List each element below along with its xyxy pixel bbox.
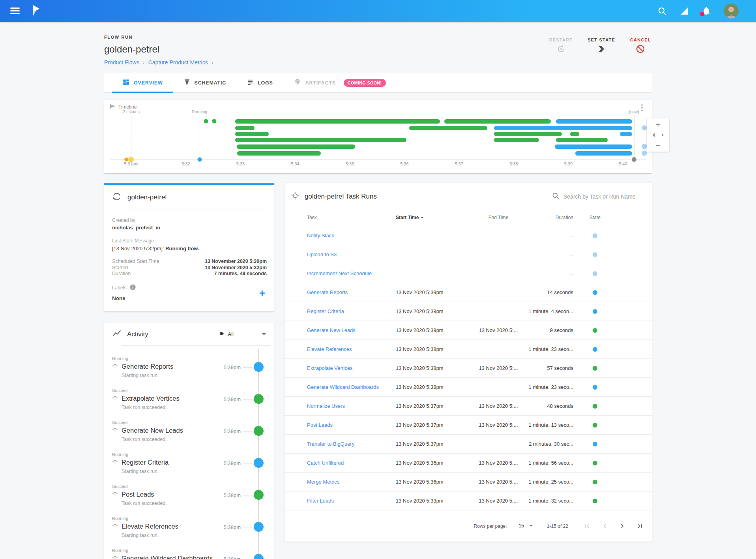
activity-entry-task[interactable]: Register Criteria	[122, 459, 168, 466]
task-link[interactable]: Extrapolate Vertices	[307, 365, 396, 371]
timeline-task-bar[interactable]	[575, 151, 632, 156]
timeline-task-bar[interactable]	[444, 119, 551, 124]
task-link[interactable]: Normalize Users	[307, 403, 396, 409]
menu-icon[interactable]	[10, 8, 20, 14]
prefect-logo-icon[interactable]	[32, 4, 42, 18]
timeline-task-bar[interactable]	[494, 126, 632, 130]
timeline-task-bar[interactable]	[235, 138, 407, 142]
state-dot[interactable]	[593, 461, 597, 465]
task-link[interactable]: Post Leads	[307, 422, 396, 428]
search-icon[interactable]	[657, 6, 667, 16]
timeline-task-bar[interactable]	[494, 132, 562, 136]
state-dot[interactable]	[593, 309, 597, 314]
activity-entry-task[interactable]: Elevate References	[122, 523, 178, 530]
last-page-button[interactable]	[636, 523, 643, 530]
timeline-task-dot[interactable]	[212, 119, 216, 124]
timeline-task-bar[interactable]	[556, 119, 632, 124]
task-link[interactable]: Filter Leads	[307, 498, 396, 504]
breadcrumb-link-capture-product-metrics[interactable]: Capture Product Metrics	[148, 59, 208, 66]
task-link[interactable]: Catch Unfiltered	[307, 460, 396, 466]
activity-state-dot[interactable]	[254, 522, 264, 532]
add-label-button[interactable]: +	[259, 288, 265, 298]
state-dot[interactable]	[593, 233, 597, 238]
activity-state-dot[interactable]	[254, 426, 264, 436]
next-page-button[interactable]	[619, 523, 626, 530]
tab-artifacts[interactable]: ARTIFACTS COMING SOON!	[283, 73, 396, 92]
task-link[interactable]: Generate Reports	[307, 289, 396, 295]
timeline-task-bar[interactable]	[570, 132, 580, 136]
state-dot[interactable]	[593, 347, 597, 352]
timeline-task-dot[interactable]	[204, 119, 208, 124]
timeline-task-bar[interactable]	[555, 144, 632, 149]
notifications-bell-icon[interactable]	[702, 6, 711, 16]
avatar[interactable]	[724, 4, 739, 19]
signal-icon[interactable]	[679, 6, 689, 16]
rows-per-page-select[interactable]: 15	[518, 522, 533, 530]
cancel-button[interactable]: CANCEL	[630, 38, 651, 55]
task-link[interactable]: Merge Metrics	[307, 479, 396, 485]
state-dot[interactable]	[593, 404, 597, 409]
state-dot[interactable]	[593, 366, 597, 371]
restart-button[interactable]: RESTART	[549, 38, 573, 55]
activity-entry-task[interactable]: Post Leads	[122, 491, 154, 498]
activity-state-dot[interactable]	[254, 362, 264, 372]
column-start-time[interactable]: Start Time	[396, 215, 471, 220]
timeline-task-bar[interactable]	[235, 119, 440, 124]
state-dot[interactable]	[593, 499, 597, 503]
activity-state-dot[interactable]	[254, 490, 264, 500]
task-link[interactable]: Register Criteria	[307, 308, 396, 314]
column-duration[interactable]: Duration	[526, 215, 573, 220]
activity-state-dot[interactable]	[254, 458, 264, 468]
state-dot[interactable]	[593, 271, 597, 276]
column-task[interactable]: Task	[307, 215, 396, 220]
state-dot[interactable]	[593, 290, 597, 295]
breadcrumb-link-product-flows[interactable]: Product Flows	[104, 59, 139, 66]
state-dot[interactable]	[593, 252, 597, 257]
column-end-time[interactable]: End Time	[471, 215, 526, 220]
tab-overview[interactable]: OVERVIEW	[112, 73, 173, 92]
task-link[interactable]: Upload to S3	[307, 251, 396, 257]
activity-filter[interactable]: All	[219, 331, 266, 338]
timeline-task-dot[interactable]	[642, 144, 647, 149]
state-dot[interactable]	[593, 480, 597, 484]
timeline-task-bar[interactable]	[235, 132, 269, 136]
timeline-task-dot[interactable]	[642, 126, 647, 131]
task-search-input[interactable]	[563, 193, 642, 200]
timeline-task-bar[interactable]	[556, 138, 608, 142]
timeline-task-bar[interactable]	[409, 126, 487, 130]
task-link[interactable]: Notify Slack	[307, 233, 396, 238]
info-icon[interactable]	[129, 284, 136, 292]
set-state-button[interactable]: SET STATE	[588, 38, 615, 55]
tab-logs[interactable]: LOGS	[236, 73, 283, 92]
tab-schematic[interactable]: SCHEMATIC	[173, 73, 237, 92]
activity-state-dot[interactable]	[254, 554, 264, 559]
state-dot[interactable]	[593, 442, 597, 446]
state-dot[interactable]	[593, 423, 597, 428]
timeline-task-bar[interactable]	[494, 138, 539, 142]
first-page-button[interactable]	[584, 523, 591, 530]
timeline-task-bar[interactable]	[237, 144, 356, 149]
task-link[interactable]: Elevate References	[307, 346, 396, 352]
state-dot[interactable]	[593, 328, 597, 333]
timeline-task-bar[interactable]	[620, 132, 632, 136]
pan-right-button[interactable]	[662, 133, 666, 137]
task-link[interactable]: Transfer to BigQuery	[307, 441, 396, 447]
task-link[interactable]: Incremement Next Schedule	[307, 270, 396, 276]
activity-state-dot[interactable]	[254, 394, 264, 404]
task-link[interactable]: Generate Wildcard Dashboards	[307, 384, 396, 390]
activity-entry-task[interactable]: Generate New Leads	[122, 427, 183, 434]
zoom-out-button[interactable]: −	[656, 141, 661, 149]
column-state[interactable]: State	[573, 215, 617, 220]
chevron-down-icon[interactable]	[262, 333, 266, 337]
timeline-task-bar[interactable]	[237, 151, 321, 156]
activity-entry-task[interactable]: Generate Wildcard Dashboards	[122, 555, 213, 559]
task-link[interactable]: Generate New Leads	[307, 327, 396, 333]
timeline-task-dot[interactable]	[642, 151, 647, 156]
zoom-in-button[interactable]: +	[656, 121, 661, 129]
pan-left-button[interactable]	[651, 133, 655, 137]
timeline-task-bar[interactable]	[235, 126, 255, 130]
activity-entry-task[interactable]: Generate Reports	[122, 363, 173, 370]
previous-page-button[interactable]	[601, 523, 608, 530]
state-dot[interactable]	[593, 385, 597, 390]
activity-entry-task[interactable]: Extrapolate Vertices	[122, 395, 180, 402]
